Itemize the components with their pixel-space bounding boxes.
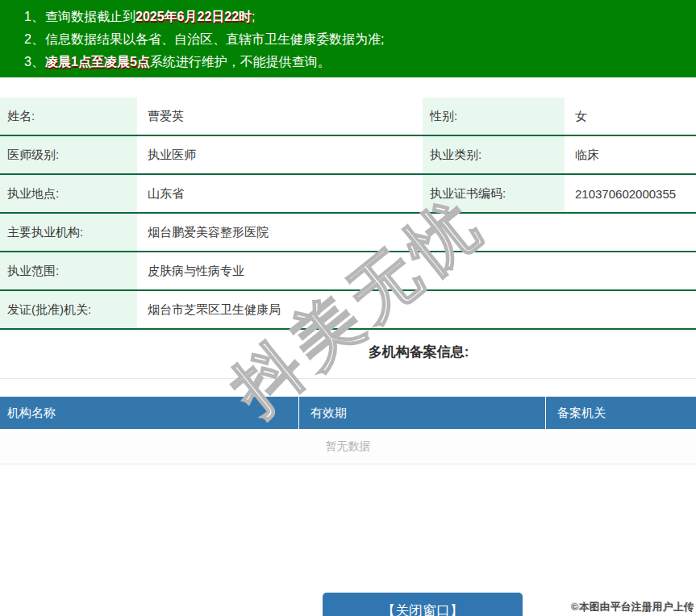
notice-highlight: 2025年6月22日22时 (135, 10, 252, 23)
notice-text: ; (252, 10, 255, 23)
notice-number: 3、 (24, 51, 45, 73)
table-row: 姓名: 曹爱英 性别: 女 (0, 98, 696, 136)
notice-number: 2、 (24, 28, 45, 51)
field-value-main-institution: 烟台鹏爱美容整形医院 (137, 214, 696, 251)
field-label-practice-scope: 执业范围: (0, 252, 137, 289)
notice-item-3: 3、凌晨1点至凌晨5点系统进行维护，不能提供查询。 (24, 51, 696, 73)
org-table-header: 机构名称 有效期 备案机关 (0, 397, 696, 429)
org-header-institution-name: 机构名称 (0, 397, 299, 429)
field-label-certificate-number: 执业证书编码: (423, 175, 565, 212)
table-row: 执业地点: 山东省 执业证书编码: 210370602000355 (0, 175, 696, 214)
multi-org-section-title: 多机构备案信息: (141, 343, 696, 362)
table-row: 执业范围: 皮肤病与性病专业 (0, 252, 696, 291)
table-row: 医师级别: 执业医师 执业类别: 临床 (0, 136, 696, 175)
field-label-practice-category: 执业类别: (423, 136, 565, 173)
field-value-doctor-level: 执业医师 (137, 136, 423, 173)
field-label-issuing-authority: 发证(批准)机关: (0, 291, 137, 328)
field-value-practice-location: 山东省 (137, 175, 423, 212)
notice-text: 信息数据结果以各省、自治区、直辖市卫生健康委数据为准; (45, 32, 384, 46)
notice-text: 系统进行维护，不能提供查询。 (150, 55, 331, 69)
doctor-info-table: 姓名: 曹爱英 性别: 女 医师级别: 执业医师 执业类别: 临床 执业地点: … (0, 98, 696, 330)
field-value-gender: 女 (565, 98, 696, 135)
field-label-gender: 性别: (423, 98, 565, 135)
field-value-practice-category: 临床 (565, 136, 696, 173)
close-window-button[interactable]: 【关闭窗口】 (323, 593, 523, 616)
table-row: 发证(批准)机关: 烟台市芝罘区卫生健康局 (0, 291, 696, 330)
field-value-name: 曹爱英 (137, 98, 423, 135)
copyright-watermark: ©本图由平台注册用户上传 (571, 601, 694, 614)
field-label-main-institution: 主要执业机构: (0, 214, 137, 251)
field-label-practice-location: 执业地点: (0, 175, 137, 212)
notice-number: 1、 (24, 6, 45, 28)
org-table-empty-state: 暂无数据 (0, 429, 696, 464)
field-value-certificate-number: 210370602000355 (565, 175, 696, 212)
section-divider (0, 378, 696, 379)
field-label-name: 姓名: (0, 98, 137, 135)
notice-highlight: 凌晨1点至凌晨5点 (45, 55, 150, 69)
notice-item-2: 2、信息数据结果以各省、自治区、直辖市卫生健康委数据为准; (24, 28, 696, 51)
field-label-doctor-level: 医师级别: (0, 136, 137, 173)
notice-banner: 1、查询数据截止到2025年6月22日22时; 2、信息数据结果以各省、自治区、… (0, 0, 696, 77)
notice-item-1: 1、查询数据截止到2025年6月22日22时; (24, 6, 696, 28)
field-value-practice-scope: 皮肤病与性病专业 (137, 252, 696, 289)
notice-text: 查询数据截止到 (45, 10, 135, 23)
table-row: 主要执业机构: 烟台鹏爱美容整形医院 (0, 214, 696, 252)
org-header-validity-period: 有效期 (299, 397, 546, 429)
org-header-filing-authority: 备案机关 (546, 397, 696, 429)
field-value-issuing-authority: 烟台市芝罘区卫生健康局 (137, 291, 696, 328)
